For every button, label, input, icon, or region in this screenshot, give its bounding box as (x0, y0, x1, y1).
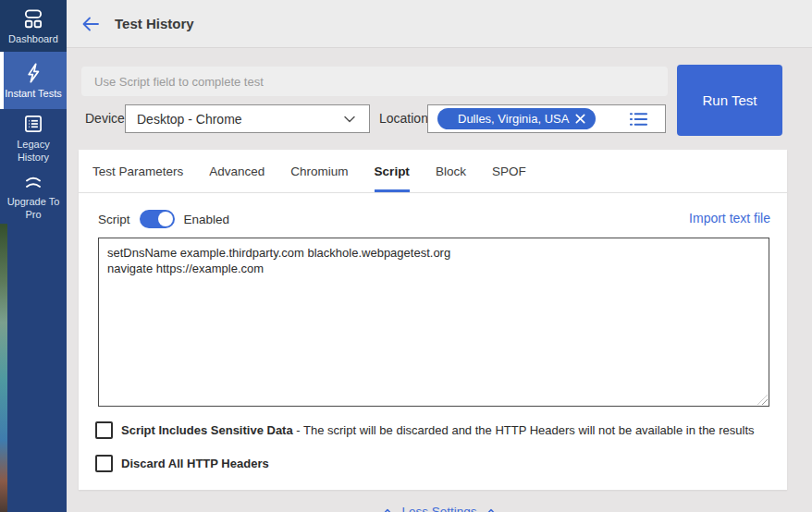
tab-advanced[interactable]: Advanced (209, 150, 265, 192)
sidebar-item-dashboard[interactable]: Dashboard (0, 0, 67, 52)
tab-spof[interactable]: SPOF (492, 150, 526, 192)
sidebar-item-label: Dashboard (4, 33, 63, 46)
chevron-up-icon (381, 506, 394, 512)
script-textarea[interactable]: setDnsName example.thirdparty.com blackh… (98, 238, 769, 407)
sidebar-item-label: Upgrade To Pro (4, 196, 63, 222)
page-header: Test History (67, 0, 812, 48)
device-select-value: Desktop - Chrome (137, 112, 341, 127)
toggle-knob (158, 212, 173, 226)
tab-script[interactable]: Script (375, 150, 410, 192)
location-field[interactable]: Dulles, Virginia, USA (427, 104, 666, 133)
sidebar-item-label: Instant Tests (4, 88, 63, 101)
sensitive-data-label: Script Includes Sensitive Data - The scr… (121, 423, 755, 437)
dashboard-icon (21, 6, 45, 30)
script-toggle-label: Script (98, 213, 130, 226)
test-settings-card: Test Parameters Advanced Chromium Script… (79, 150, 787, 490)
chevron-down-icon (341, 111, 358, 128)
main-content: Run Test Device Desktop - Chrome Locatio… (67, 48, 812, 512)
location-list-icon[interactable] (629, 111, 648, 128)
script-toggle-row: Script Enabled (98, 208, 229, 230)
location-chip-label: Dulles, Virginia, USA (458, 112, 569, 126)
tab-block[interactable]: Block (436, 150, 466, 192)
import-text-file-link[interactable]: Import text file (689, 211, 770, 226)
script-toggle-state: Enabled (184, 213, 230, 226)
discard-headers-label: Discard All HTTP Headers (121, 457, 269, 470)
tab-test-parameters[interactable]: Test Parameters (92, 150, 183, 192)
sidebar-item-legacy-history[interactable]: Legacy History (0, 109, 67, 166)
settings-tabbar: Test Parameters Advanced Chromium Script… (79, 150, 787, 193)
less-settings-label: Less Settings (401, 505, 476, 512)
list-doc-icon (21, 112, 45, 136)
sensitive-data-checkbox[interactable] (95, 421, 113, 439)
page-title: Test History (115, 16, 194, 31)
location-chip[interactable]: Dulles, Virginia, USA (437, 108, 596, 129)
script-summary-input[interactable] (81, 67, 668, 96)
close-icon[interactable] (574, 113, 586, 125)
discard-headers-row: Discard All HTTP Headers (95, 455, 269, 472)
lightning-icon (21, 61, 45, 85)
script-enabled-toggle[interactable] (140, 210, 175, 228)
sidebar: Dashboard Instant Tests Legacy History U… (0, 0, 67, 512)
chevron-up-icon (485, 506, 498, 512)
device-select[interactable]: Desktop - Chrome (125, 104, 370, 133)
double-chevron-up-icon (21, 169, 45, 193)
sidebar-item-upgrade-to-pro[interactable]: Upgrade To Pro (0, 166, 67, 224)
device-label: Device (85, 104, 125, 133)
less-settings-link[interactable]: Less Settings (67, 505, 812, 512)
back-arrow-icon[interactable] (80, 13, 102, 35)
tab-chromium[interactable]: Chromium (290, 150, 348, 192)
sidebar-item-instant-tests[interactable]: Instant Tests (0, 52, 67, 109)
sensitive-data-row: Script Includes Sensitive Data - The scr… (95, 421, 755, 439)
discard-headers-checkbox[interactable] (95, 455, 113, 472)
location-label: Location (379, 104, 428, 133)
run-test-button[interactable]: Run Test (677, 65, 782, 136)
sidebar-item-label: Legacy History (4, 139, 63, 165)
script-textarea-wrap: setDnsName example.thirdparty.com blackh… (98, 238, 769, 407)
